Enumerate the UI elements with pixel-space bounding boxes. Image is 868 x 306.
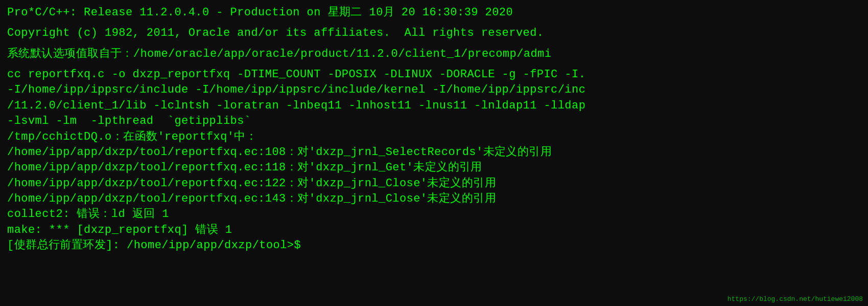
- terminal-line-10: /tmp/cchictDQ.o：在函数'reportfxq'中：: [7, 129, 861, 145]
- terminal-line-7: -I/home/ipp/ippsrc/include -I/home/ipp/i…: [7, 82, 861, 98]
- terminal-line-9: -lsvml -lm -lpthread `getipplibs`: [7, 114, 861, 129]
- terminal-line-16: make: *** [dxzp_reportfxq] 错误 1: [7, 223, 861, 238]
- terminal-line-0: Pro*C/C++: Release 11.2.0.4.0 - Producti…: [7, 5, 861, 20]
- terminal-line-2: Copyright (c) 1982, 2011, Oracle and/or …: [7, 26, 861, 41]
- terminal-line-empty-5: [7, 62, 861, 67]
- terminal-line-6: cc reportfxq.c -o dxzp_reportfxq -DTIME_…: [7, 67, 861, 82]
- terminal-line-8: /11.2.0/client_1/lib -lclntsh -loratran …: [7, 98, 861, 114]
- watermark: https://blog.csdn.net/hutiewei2008: [728, 295, 863, 303]
- terminal-line-17: [使群总行前置环发]: /home/ipp/app/dxzp/tool>$: [7, 238, 861, 253]
- terminal-line-empty-1: [7, 20, 861, 26]
- terminal-line-15: collect2: 错误：ld 返回 1: [7, 207, 861, 222]
- terminal-line-4: 系统默认选项值取自于：/home/oracle/app/oracle/produ…: [7, 47, 861, 62]
- terminal-line-14: /home/ipp/app/dxzp/tool/reportfxq.ec:143…: [7, 191, 861, 207]
- terminal-line-12: /home/ipp/app/dxzp/tool/reportfxq.ec:118…: [7, 160, 861, 176]
- terminal-line-13: /home/ipp/app/dxzp/tool/reportfxq.ec:122…: [7, 176, 861, 191]
- terminal-content: Pro*C/C++: Release 11.2.0.4.0 - Producti…: [7, 5, 861, 253]
- terminal-window: Pro*C/C++: Release 11.2.0.4.0 - Producti…: [0, 0, 868, 306]
- terminal-line-empty-3: [7, 41, 861, 47]
- terminal-line-11: /home/ipp/app/dxzp/tool/reportfxq.ec:108…: [7, 145, 861, 160]
